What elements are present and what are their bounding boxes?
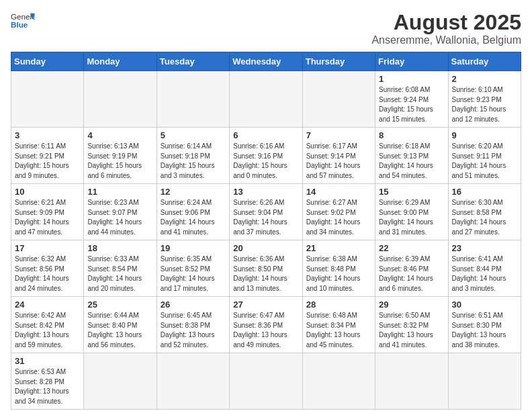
day-info: Sunrise: 6:35 AMSunset: 8:52 PMDaylight:… bbox=[161, 255, 226, 293]
day-number: 21 bbox=[306, 243, 371, 253]
day-number: 20 bbox=[233, 243, 298, 253]
calendar-cell: 9Sunrise: 6:20 AMSunset: 9:11 PMDaylight… bbox=[448, 128, 521, 184]
calendar-cell: 28Sunrise: 6:48 AMSunset: 8:34 PMDayligh… bbox=[302, 297, 375, 353]
day-info: Sunrise: 6:44 AMSunset: 8:40 PMDaylight:… bbox=[87, 311, 152, 350]
calendar-cell: 4Sunrise: 6:13 AMSunset: 9:19 PMDaylight… bbox=[84, 128, 157, 184]
calendar-cell: 19Sunrise: 6:35 AMSunset: 8:52 PMDayligh… bbox=[157, 240, 229, 297]
calendar-cell: 8Sunrise: 6:18 AMSunset: 9:13 PMDaylight… bbox=[375, 128, 448, 184]
day-number: 16 bbox=[452, 187, 517, 197]
calendar-cell: 17Sunrise: 6:32 AMSunset: 8:56 PMDayligh… bbox=[11, 240, 84, 297]
calendar-cell bbox=[11, 71, 84, 128]
day-number: 14 bbox=[306, 187, 371, 197]
day-info: Sunrise: 6:32 AMSunset: 8:56 PMDaylight:… bbox=[15, 255, 80, 293]
day-info: Sunrise: 6:33 AMSunset: 8:54 PMDaylight:… bbox=[87, 255, 152, 293]
weekday-header-tuesday: Tuesday bbox=[157, 52, 229, 71]
calendar-cell: 14Sunrise: 6:27 AMSunset: 9:02 PMDayligh… bbox=[302, 184, 375, 240]
day-number: 4 bbox=[87, 130, 152, 140]
calendar-cell: 7Sunrise: 6:17 AMSunset: 9:14 PMDaylight… bbox=[302, 128, 375, 184]
day-info: Sunrise: 6:16 AMSunset: 9:16 PMDaylight:… bbox=[233, 142, 298, 181]
day-info: Sunrise: 6:14 AMSunset: 9:18 PMDaylight:… bbox=[161, 142, 226, 181]
calendar-cell bbox=[448, 353, 521, 410]
calendar-cell: 21Sunrise: 6:38 AMSunset: 8:48 PMDayligh… bbox=[302, 240, 375, 297]
day-number: 25 bbox=[87, 300, 152, 310]
day-number: 8 bbox=[379, 130, 444, 140]
calendar-cell: 16Sunrise: 6:30 AMSunset: 8:58 PMDayligh… bbox=[448, 184, 521, 240]
day-number: 27 bbox=[233, 300, 298, 310]
weekday-header-sunday: Sunday bbox=[11, 52, 84, 71]
day-number: 19 bbox=[161, 243, 226, 253]
day-number: 11 bbox=[87, 187, 152, 197]
day-info: Sunrise: 6:45 AMSunset: 8:38 PMDaylight:… bbox=[161, 311, 226, 350]
day-number: 29 bbox=[379, 300, 444, 310]
calendar-cell: 12Sunrise: 6:24 AMSunset: 9:06 PMDayligh… bbox=[157, 184, 229, 240]
calendar-cell: 13Sunrise: 6:26 AMSunset: 9:04 PMDayligh… bbox=[230, 184, 302, 240]
calendar-cell: 22Sunrise: 6:39 AMSunset: 8:46 PMDayligh… bbox=[375, 240, 448, 297]
calendar-cell: 30Sunrise: 6:51 AMSunset: 8:30 PMDayligh… bbox=[448, 297, 521, 353]
calendar-cell: 18Sunrise: 6:33 AMSunset: 8:54 PMDayligh… bbox=[84, 240, 157, 297]
calendar-cell bbox=[375, 353, 448, 410]
day-number: 18 bbox=[87, 243, 152, 253]
day-number: 17 bbox=[15, 243, 80, 253]
calendar-cell: 25Sunrise: 6:44 AMSunset: 8:40 PMDayligh… bbox=[84, 297, 157, 353]
day-info: Sunrise: 6:42 AMSunset: 8:42 PMDaylight:… bbox=[15, 311, 80, 350]
day-info: Sunrise: 6:48 AMSunset: 8:34 PMDaylight:… bbox=[306, 311, 371, 350]
calendar-cell: 23Sunrise: 6:41 AMSunset: 8:44 PMDayligh… bbox=[448, 240, 521, 297]
calendar-cell bbox=[230, 353, 302, 410]
day-number: 5 bbox=[161, 130, 226, 140]
day-info: Sunrise: 6:21 AMSunset: 9:09 PMDaylight:… bbox=[15, 198, 80, 237]
calendar-week-6: 31Sunrise: 6:53 AMSunset: 8:28 PMDayligh… bbox=[11, 353, 521, 410]
day-info: Sunrise: 6:08 AMSunset: 9:24 PMDaylight:… bbox=[379, 85, 444, 124]
day-number: 26 bbox=[161, 300, 226, 310]
day-number: 24 bbox=[15, 300, 80, 310]
calendar-cell: 3Sunrise: 6:11 AMSunset: 9:21 PMDaylight… bbox=[11, 128, 84, 184]
day-info: Sunrise: 6:24 AMSunset: 9:06 PMDaylight:… bbox=[161, 198, 226, 237]
day-info: Sunrise: 6:27 AMSunset: 9:02 PMDaylight:… bbox=[306, 198, 371, 237]
calendar-cell: 20Sunrise: 6:36 AMSunset: 8:50 PMDayligh… bbox=[230, 240, 302, 297]
day-info: Sunrise: 6:18 AMSunset: 9:13 PMDaylight:… bbox=[379, 142, 444, 181]
calendar-cell: 24Sunrise: 6:42 AMSunset: 8:42 PMDayligh… bbox=[11, 297, 84, 353]
calendar-cell bbox=[302, 71, 375, 128]
calendar-cell: 31Sunrise: 6:53 AMSunset: 8:28 PMDayligh… bbox=[11, 353, 84, 410]
calendar-week-4: 17Sunrise: 6:32 AMSunset: 8:56 PMDayligh… bbox=[11, 240, 521, 297]
weekday-header-friday: Friday bbox=[375, 52, 448, 71]
weekday-header-wednesday: Wednesday bbox=[230, 52, 302, 71]
calendar-week-3: 10Sunrise: 6:21 AMSunset: 9:09 PMDayligh… bbox=[11, 184, 521, 240]
calendar-cell: 10Sunrise: 6:21 AMSunset: 9:09 PMDayligh… bbox=[11, 184, 84, 240]
calendar-week-5: 24Sunrise: 6:42 AMSunset: 8:42 PMDayligh… bbox=[11, 297, 521, 353]
day-info: Sunrise: 6:36 AMSunset: 8:50 PMDaylight:… bbox=[233, 255, 298, 293]
day-info: Sunrise: 6:11 AMSunset: 9:21 PMDaylight:… bbox=[15, 142, 80, 181]
calendar-cell: 29Sunrise: 6:50 AMSunset: 8:32 PMDayligh… bbox=[375, 297, 448, 353]
calendar-week-1: 1Sunrise: 6:08 AMSunset: 9:24 PMDaylight… bbox=[11, 71, 521, 128]
day-info: Sunrise: 6:38 AMSunset: 8:48 PMDaylight:… bbox=[306, 255, 371, 293]
calendar-cell: 1Sunrise: 6:08 AMSunset: 9:24 PMDaylight… bbox=[375, 71, 448, 128]
day-number: 22 bbox=[379, 243, 444, 253]
calendar-cell: 15Sunrise: 6:29 AMSunset: 9:00 PMDayligh… bbox=[375, 184, 448, 240]
day-number: 12 bbox=[161, 187, 226, 197]
day-number: 15 bbox=[379, 187, 444, 197]
day-number: 3 bbox=[15, 130, 80, 140]
day-info: Sunrise: 6:26 AMSunset: 9:04 PMDaylight:… bbox=[233, 198, 298, 237]
weekday-header-saturday: Saturday bbox=[448, 52, 521, 71]
calendar-cell bbox=[302, 353, 375, 410]
calendar-cell bbox=[157, 71, 229, 128]
calendar-cell: 26Sunrise: 6:45 AMSunset: 8:38 PMDayligh… bbox=[157, 297, 229, 353]
calendar-cell bbox=[230, 71, 302, 128]
calendar-cell: 27Sunrise: 6:47 AMSunset: 8:36 PMDayligh… bbox=[230, 297, 302, 353]
logo-icon: General Blue bbox=[11, 11, 35, 30]
calendar-cell: 5Sunrise: 6:14 AMSunset: 9:18 PMDaylight… bbox=[157, 128, 229, 184]
day-info: Sunrise: 6:17 AMSunset: 9:14 PMDaylight:… bbox=[306, 142, 371, 181]
day-number: 10 bbox=[15, 187, 80, 197]
svg-text:Blue: Blue bbox=[11, 20, 28, 29]
page-header: General Blue August 2025 Anseremme, Wall… bbox=[11, 11, 521, 46]
calendar-table: SundayMondayTuesdayWednesdayThursdayFrid… bbox=[11, 52, 521, 410]
calendar-cell: 2Sunrise: 6:10 AMSunset: 9:23 PMDaylight… bbox=[448, 71, 521, 128]
day-number: 6 bbox=[233, 130, 298, 140]
day-number: 30 bbox=[452, 300, 517, 310]
calendar-week-2: 3Sunrise: 6:11 AMSunset: 9:21 PMDaylight… bbox=[11, 128, 521, 184]
weekday-header-thursday: Thursday bbox=[302, 52, 375, 71]
day-info: Sunrise: 6:13 AMSunset: 9:19 PMDaylight:… bbox=[87, 142, 152, 181]
day-info: Sunrise: 6:23 AMSunset: 9:07 PMDaylight:… bbox=[87, 198, 152, 237]
day-info: Sunrise: 6:39 AMSunset: 8:46 PMDaylight:… bbox=[379, 255, 444, 293]
day-info: Sunrise: 6:50 AMSunset: 8:32 PMDaylight:… bbox=[379, 311, 444, 350]
calendar-cell bbox=[84, 71, 157, 128]
